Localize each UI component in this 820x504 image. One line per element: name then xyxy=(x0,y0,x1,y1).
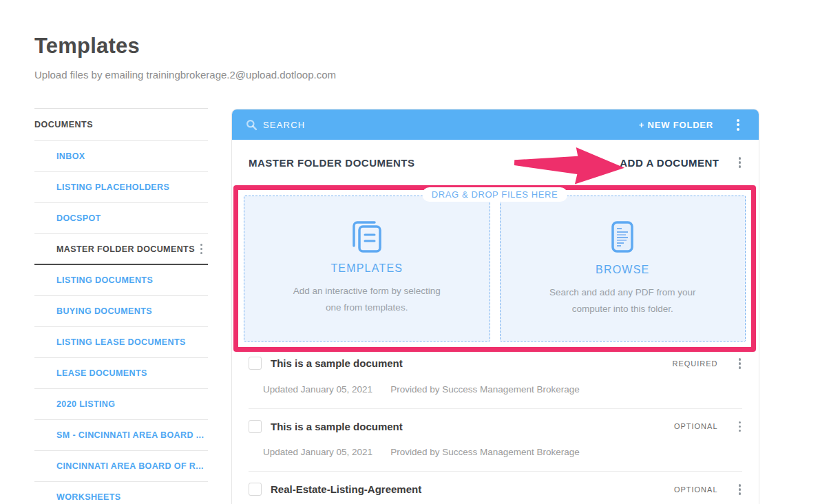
document-updated: Updated January 05, 2021 xyxy=(263,384,372,395)
search-placeholder: SEARCH xyxy=(263,120,305,130)
page-title: Templates xyxy=(34,34,140,59)
sidebar-item-listing-placeholders[interactable]: LISTING PLACEHOLDERS xyxy=(34,172,208,203)
document-list: This is a sample document REQUIRED Updat… xyxy=(249,352,742,504)
templates-option-title: TEMPLATES xyxy=(330,262,403,275)
annotation-highlight: DRAG & DROP FILES HERE TEMPLATES Add an … xyxy=(233,185,756,352)
page-subtitle: Upload files by emailing trainingbrokera… xyxy=(34,69,336,81)
document-row: Real-Estate-Listing-Agreement OPTIONAL xyxy=(249,472,742,504)
document-row: This is a sample document REQUIRED Updat… xyxy=(249,352,742,409)
required-badge: REQUIRED xyxy=(672,359,717,368)
sidebar-item-lease-documents[interactable]: LEASE DOCUMENTS xyxy=(34,358,208,389)
sidebar-item-2020-listing[interactable]: 2020 LISTING xyxy=(34,389,208,420)
dropzone-templates[interactable]: TEMPLATES Add an interactive form by sel… xyxy=(244,196,490,342)
sidebar-item-inbox[interactable]: INBOX xyxy=(34,141,208,172)
sidebar-item-docspot[interactable]: DOCSPOT xyxy=(34,203,208,234)
document-row: This is a sample document OPTIONAL Updat… xyxy=(249,409,742,472)
toolbar-kebab-icon[interactable] xyxy=(735,118,741,132)
optional-badge: OPTIONAL xyxy=(674,485,718,494)
folder-header: MASTER FOLDER DOCUMENTS ADD A DOCUMENT xyxy=(232,140,759,185)
document-provided-by: Provided by Success Management Brokerage xyxy=(390,447,580,457)
folder-title: MASTER FOLDER DOCUMENTS xyxy=(249,157,415,169)
panel-toolbar: SEARCH + NEW FOLDER xyxy=(232,109,759,140)
document-title[interactable]: Real-Estate-Listing-Agreement xyxy=(271,483,421,495)
sidebar-header: DOCUMENTS xyxy=(34,108,208,141)
dropzone: TEMPLATES Add an interactive form by sel… xyxy=(244,196,746,342)
sidebar-item-worksheets[interactable]: WORKSHEETS xyxy=(34,482,208,504)
documents-panel: SEARCH + NEW FOLDER MASTER FOLDER DOCUME… xyxy=(231,109,759,504)
document-checkbox[interactable] xyxy=(249,483,262,496)
templates-option-description: Add an interactive form by selecting one… xyxy=(293,283,441,316)
sidebar-item-listing-documents[interactable]: LISTING DOCUMENTS xyxy=(34,265,208,296)
sidebar-item-master-folder-documents[interactable]: MASTER FOLDER DOCUMENTS xyxy=(34,234,208,265)
document-kebab-icon[interactable] xyxy=(737,420,743,434)
sidebar-item-listing-lease-documents[interactable]: LISTING LEASE DOCUMENTS xyxy=(34,327,208,358)
document-kebab-icon[interactable] xyxy=(737,357,743,370)
sidebar-item-sm-cincinnati-area-board[interactable]: SM - CINCINNATI AREA BOARD ... xyxy=(34,420,208,451)
browse-option-description: Search and add any PDF from your compute… xyxy=(549,284,695,317)
documents-sidebar: DOCUMENTS INBOX LISTING PLACEHOLDERS DOC… xyxy=(34,108,208,504)
document-provided-by: Provided by Success Management Brokerage xyxy=(390,384,580,395)
document-title[interactable]: This is a sample document xyxy=(271,421,403,432)
document-checkbox[interactable] xyxy=(249,420,262,433)
templates-documents-icon xyxy=(348,220,386,254)
document-checkbox[interactable] xyxy=(249,357,262,370)
optional-badge: OPTIONAL xyxy=(674,422,718,430)
dropzone-label: DRAG & DROP FILES HERE xyxy=(422,187,567,202)
document-updated: Updated January 05, 2021 xyxy=(263,447,372,457)
add-a-document-button[interactable]: ADD A DOCUMENT xyxy=(620,157,719,169)
document-title[interactable]: This is a sample document xyxy=(271,357,403,369)
search-input[interactable]: SEARCH xyxy=(246,119,639,131)
browse-option-title: BROWSE xyxy=(596,264,649,276)
dropzone-browse[interactable]: BROWSE Search and add any PDF from your … xyxy=(500,196,746,342)
kebab-menu-icon[interactable] xyxy=(199,242,204,256)
sidebar-item-cincinnati-area-board[interactable]: CINCINNATI AREA BOARD OF R... xyxy=(34,451,208,482)
sidebar-item-buying-documents[interactable]: BUYING DOCUMENTS xyxy=(34,296,208,327)
new-folder-button[interactable]: + NEW FOLDER xyxy=(639,120,713,130)
document-kebab-icon[interactable] xyxy=(737,483,743,496)
browse-document-icon xyxy=(605,220,640,255)
folder-kebab-icon[interactable] xyxy=(737,156,743,169)
search-icon xyxy=(246,119,257,131)
